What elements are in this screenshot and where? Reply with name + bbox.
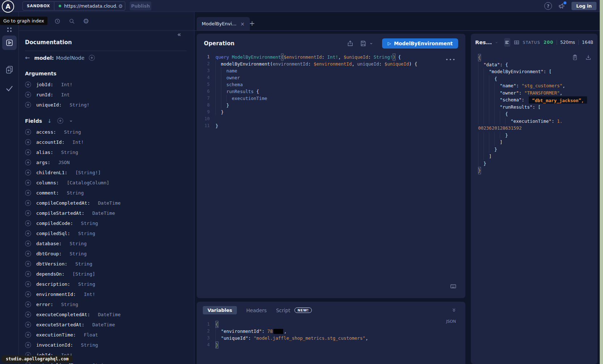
raw-view-toggle[interactable] <box>504 38 510 47</box>
circle-plus-icon[interactable] <box>25 220 31 226</box>
download-response-icon[interactable] <box>585 54 592 61</box>
docs-settings-gear-icon[interactable]: ⚙ <box>83 18 89 25</box>
circle-plus-icon[interactable] <box>25 230 31 237</box>
circle-plus-icon[interactable] <box>25 92 31 98</box>
field-name[interactable]: runId: <box>36 92 56 97</box>
field-type[interactable]: [String!] <box>75 170 101 175</box>
field-name[interactable]: childrenL1: <box>36 170 70 175</box>
field-type[interactable]: Int! <box>72 139 84 145</box>
field-name[interactable]: uniqueId: <box>36 102 64 108</box>
save-icon[interactable] <box>360 40 367 47</box>
history-icon[interactable] <box>54 18 61 25</box>
field-type[interactable]: DateTime <box>92 322 115 327</box>
circle-plus-icon[interactable] <box>25 81 31 88</box>
checklist-nav-item[interactable] <box>0 83 19 93</box>
circle-plus-icon[interactable] <box>25 342 31 348</box>
field-type[interactable]: DateTime <box>92 210 115 216</box>
tab-variables[interactable]: Variables <box>203 306 237 314</box>
explorer-nav-item[interactable] <box>2 35 17 50</box>
field-name[interactable]: alias: <box>36 150 56 155</box>
search-icon[interactable] <box>68 18 75 25</box>
field-type[interactable]: Int <box>61 92 70 97</box>
back-icon[interactable]: ← <box>25 54 30 61</box>
field-type[interactable]: [CatalogColumn] <box>67 180 109 185</box>
field-name[interactable]: columns: <box>36 180 62 185</box>
endpoint-url-box[interactable]: SANDBOX https://metadata.cloud.get ⚙ <box>22 1 125 11</box>
field-name[interactable]: dbtVersion: <box>36 261 70 267</box>
circle-plus-icon[interactable] <box>25 180 31 186</box>
field-name[interactable]: dbtGroup: <box>36 251 64 256</box>
field-type[interactable]: DateTime <box>98 312 121 317</box>
field-name[interactable]: executionTime: <box>36 332 79 338</box>
login-button[interactable]: Log in <box>571 2 596 10</box>
circle-plus-icon[interactable] <box>25 251 31 257</box>
circle-plus-icon[interactable] <box>25 129 31 135</box>
field-name[interactable]: compileStartedAt: <box>36 210 87 216</box>
circle-plus-icon[interactable] <box>25 271 31 277</box>
field-type[interactable]: String <box>81 342 98 348</box>
share-icon[interactable] <box>347 40 354 47</box>
breadcrumb-type[interactable]: ModelNode <box>56 55 85 61</box>
add-all-fields-button[interactable] <box>89 55 95 61</box>
help-icon[interactable]: ? <box>544 2 552 10</box>
circle-plus-icon[interactable] <box>25 281 31 287</box>
response-chevron-icon[interactable] <box>495 40 498 45</box>
collapse-panel-icon[interactable]: « <box>177 32 181 38</box>
circle-plus-icon[interactable] <box>25 322 31 328</box>
connection-settings-gear-icon[interactable]: ⚙ <box>117 4 125 9</box>
circle-plus-icon[interactable] <box>25 210 31 216</box>
circle-plus-icon[interactable] <box>89 55 95 61</box>
field-name[interactable]: compileCompletedAt: <box>36 200 93 206</box>
copy-response-icon[interactable] <box>571 54 578 61</box>
tab-modelbyenvironment[interactable]: ModelByEnvi... × <box>197 17 250 30</box>
field-type[interactable]: Float <box>84 332 98 338</box>
field-type[interactable]: String <box>61 150 78 155</box>
field-type[interactable]: String <box>64 129 81 135</box>
field-type[interactable]: String <box>81 221 98 226</box>
circle-plus-icon[interactable] <box>25 102 31 108</box>
field-name[interactable]: jobId: <box>36 82 56 87</box>
chevron-down-icon[interactable] <box>69 119 73 123</box>
field-name[interactable]: access: <box>36 129 59 135</box>
field-name[interactable]: database: <box>36 241 64 246</box>
field-name[interactable]: invocationId: <box>36 342 76 348</box>
response-json[interactable]: {"data": {"modelByEnvironment": [{"name"… <box>471 49 598 174</box>
field-name[interactable]: compiledSql: <box>36 231 73 236</box>
field-name[interactable]: args: <box>36 160 53 165</box>
field-type[interactable]: String! <box>70 102 89 108</box>
circle-plus-icon[interactable] <box>25 291 31 297</box>
circle-plus-icon[interactable] <box>25 261 31 267</box>
circle-plus-icon[interactable] <box>25 149 31 155</box>
field-type[interactable]: String <box>78 231 95 236</box>
field-name[interactable]: compiledCode: <box>36 221 76 226</box>
field-name[interactable]: materializedType: <box>36 363 87 364</box>
run-operation-button[interactable]: ▷ ModelByEnvironment <box>382 38 458 49</box>
field-type[interactable]: String <box>67 190 84 196</box>
field-type[interactable]: String <box>70 251 87 256</box>
new-tab-button[interactable]: + <box>249 19 255 27</box>
field-type[interactable]: Int! <box>84 292 95 297</box>
field-name[interactable]: description: <box>36 281 73 287</box>
circle-plus-icon[interactable] <box>25 311 31 318</box>
field-type[interactable]: JSON <box>58 160 70 165</box>
circle-plus-icon[interactable] <box>25 190 31 196</box>
field-type[interactable]: String <box>92 363 109 364</box>
tab-headers[interactable]: Headers <box>246 307 267 313</box>
table-view-toggle[interactable] <box>514 38 520 47</box>
field-name[interactable]: dependsOn: <box>36 271 67 277</box>
keyboard-shortcuts-icon[interactable] <box>450 283 457 289</box>
collections-nav-item[interactable] <box>0 65 19 75</box>
field-name[interactable]: executeCompletedAt: <box>36 312 93 317</box>
field-name[interactable]: error: <box>36 302 56 307</box>
operation-editor[interactable]: 1query ModelByEnvironment($environmentId… <box>197 54 465 129</box>
field-name[interactable]: comment: <box>36 190 62 196</box>
tab-close-icon[interactable]: × <box>240 21 245 26</box>
variables-editor[interactable]: 1{2"environmentId": 78,3"uniqueId": "mod… <box>197 321 465 348</box>
circle-plus-icon[interactable] <box>25 159 31 166</box>
circle-plus-icon[interactable] <box>25 240 31 247</box>
field-name[interactable]: accountId: <box>36 139 67 145</box>
publish-button[interactable]: Publish <box>130 1 151 11</box>
field-type[interactable]: String <box>61 302 78 307</box>
field-type[interactable]: [String] <box>72 271 95 277</box>
announcements-icon[interactable] <box>558 2 566 10</box>
